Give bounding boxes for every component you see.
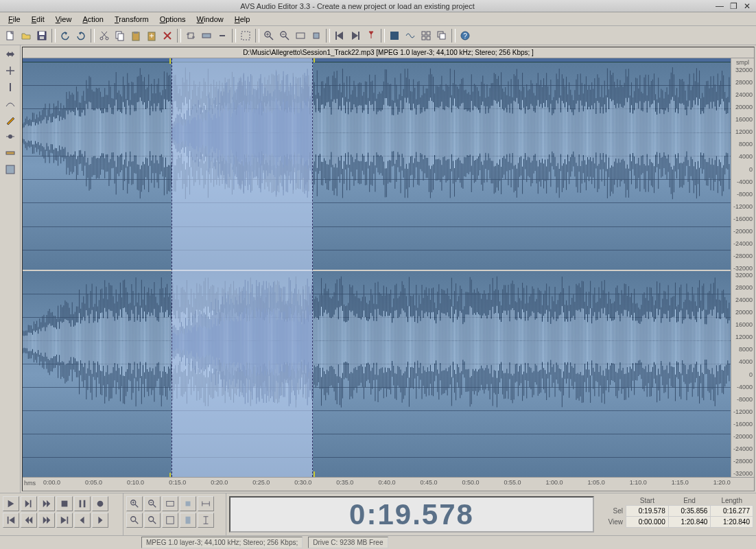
svg-rect-2455	[84, 500, 86, 508]
stop-button[interactable]	[56, 496, 73, 511]
menu-action[interactable]: Action	[77, 14, 109, 25]
time-tick: 0:05.0	[85, 479, 102, 489]
forward-button[interactable]	[38, 513, 55, 528]
zoom-reset-v-button[interactable]	[162, 513, 178, 528]
menu-options[interactable]: Options	[154, 14, 191, 25]
waveform-button[interactable]	[403, 28, 418, 43]
time-tick: 0:00.0	[43, 479, 60, 489]
minimize-button[interactable]: —	[713, 1, 726, 11]
help-button[interactable]: ?	[458, 28, 473, 43]
paste-mix-button[interactable]	[144, 28, 159, 43]
menu-help[interactable]: Help	[229, 14, 256, 25]
close-button[interactable]: ✕	[741, 1, 753, 11]
new-file-button[interactable]	[3, 28, 18, 43]
zoom-full-button[interactable]	[293, 28, 308, 43]
play-loop-button[interactable]	[38, 496, 55, 511]
window-cascade-button[interactable]	[434, 28, 449, 43]
zoom-sel-button[interactable]	[180, 496, 196, 511]
menubar: File Edit View Action Transform Options …	[0, 12, 756, 26]
tool-misc-button[interactable]	[2, 162, 19, 177]
redo-button[interactable]	[73, 28, 88, 43]
play-end-button[interactable]	[21, 496, 37, 511]
svg-rect-2464	[67, 517, 69, 524]
time-tick: 1:15.0	[672, 479, 689, 489]
svg-rect-41	[440, 34, 445, 39]
delete-button[interactable]	[160, 28, 175, 43]
zoom-out-h-button[interactable]	[144, 496, 161, 511]
time-tick: 0:30.0	[294, 479, 311, 489]
waveform-area[interactable]	[23, 58, 731, 477]
tool-draw-button[interactable]	[2, 113, 19, 128]
zoom-out-v-button[interactable]	[144, 513, 161, 528]
titlebar: AVS Audio Editor 3.3 - Create a new proj…	[0, 0, 756, 12]
save-file-button[interactable]	[34, 28, 49, 43]
amp-tick: -4000	[733, 384, 753, 390]
copy-button[interactable]	[113, 28, 128, 43]
tool-envelope-button[interactable]	[2, 96, 19, 111]
zoom-in-v-button[interactable]	[126, 513, 143, 528]
crop-button[interactable]	[183, 28, 198, 43]
zoom-selection-button[interactable]	[309, 28, 324, 43]
silence-button[interactable]	[215, 28, 230, 43]
menu-edit[interactable]: Edit	[26, 14, 50, 25]
record-button[interactable]	[92, 496, 108, 511]
goto-start-button[interactable]	[3, 513, 19, 528]
cursor-end-button[interactable]	[348, 28, 363, 43]
amp-tick: 28000	[733, 79, 753, 86]
selinfo-h-start: Start	[626, 496, 669, 506]
window-tile-button[interactable]	[418, 28, 434, 43]
time-tick: 1:00.0	[546, 479, 563, 489]
tool-select-button[interactable]	[2, 47, 19, 62]
zoom-misc2-button[interactable]	[198, 513, 214, 528]
play-button[interactable]	[3, 496, 19, 511]
time-tick: 0:40.0	[378, 479, 395, 489]
menu-window[interactable]: Window	[191, 14, 229, 25]
cut-button[interactable]	[97, 28, 112, 43]
svg-marker-4	[64, 32, 67, 35]
time-ruler[interactable]: hms 0:00.00:05.00:10.00:15.00:20.00:25.0…	[23, 477, 754, 491]
undo-button[interactable]	[58, 28, 73, 43]
goto-end-button[interactable]	[56, 513, 73, 528]
sel-length[interactable]: 0:16.277	[711, 506, 753, 517]
open-file-button[interactable]	[19, 28, 34, 43]
svg-rect-2454	[80, 500, 82, 508]
svg-point-6	[100, 37, 103, 40]
side-toolbar	[0, 45, 21, 493]
paste-button[interactable]	[128, 28, 143, 43]
menu-view[interactable]: View	[50, 14, 78, 25]
amp-tick: 20000	[733, 104, 753, 110]
rewind-button[interactable]	[21, 513, 37, 528]
zoom-out-button[interactable]	[277, 28, 292, 43]
view-length[interactable]: 1:20.840	[711, 517, 753, 528]
tool-move-button[interactable]	[2, 63, 19, 78]
view-start[interactable]: 0:00.000	[626, 517, 669, 528]
cursor-start-button[interactable]	[332, 28, 347, 43]
tool-cursor-button[interactable]	[2, 80, 19, 95]
zoom-misc-button[interactable]	[198, 496, 214, 511]
view-end[interactable]: 1:20.840	[668, 517, 711, 528]
sel-end[interactable]: 0:35.856	[668, 506, 711, 517]
selection-region[interactable]	[172, 58, 313, 477]
sel-start[interactable]: 0:19.578	[626, 506, 669, 517]
maximize-button[interactable]: ❐	[727, 1, 740, 11]
svg-rect-36	[422, 32, 425, 35]
skip-back-button[interactable]	[74, 513, 91, 528]
tool-scrub-button[interactable]	[2, 129, 19, 144]
pause-button[interactable]	[74, 496, 91, 511]
channel-right[interactable]	[23, 270, 731, 477]
svg-rect-30	[314, 33, 319, 38]
spectral-button[interactable]	[387, 28, 402, 43]
zoom-sel-v-button[interactable]	[180, 513, 196, 528]
channel-left[interactable]	[23, 62, 731, 270]
menu-file[interactable]: File	[3, 14, 26, 25]
trim-button[interactable]	[199, 28, 214, 43]
amp-tick: 8000	[733, 346, 753, 353]
select-all-button[interactable]	[238, 28, 253, 43]
zoom-full-button[interactable]	[162, 496, 178, 511]
marker-button[interactable]	[364, 28, 379, 43]
menu-transform[interactable]: Transform	[109, 14, 154, 25]
zoom-in-button[interactable]	[261, 28, 276, 43]
skip-fwd-button[interactable]	[92, 513, 108, 528]
tool-measure-button[interactable]	[2, 145, 19, 161]
zoom-in-h-button[interactable]	[126, 496, 143, 511]
